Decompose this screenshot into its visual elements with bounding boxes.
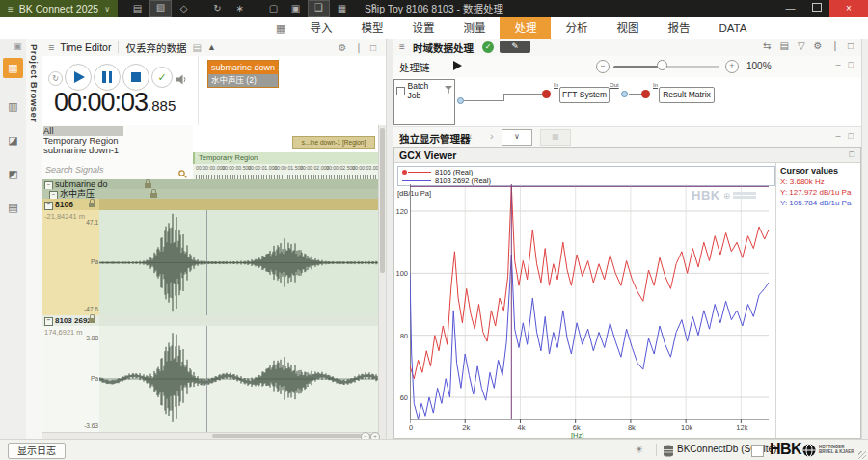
fft-out-port[interactable]	[621, 91, 628, 97]
close-button[interactable]: ×	[829, 0, 868, 17]
app-menu-button[interactable]: ≡ BK Connect 2025 ∨	[0, 0, 118, 17]
collapse-icon[interactable]: −	[44, 317, 53, 326]
save-icon[interactable]: ▤	[127, 1, 148, 16]
filter-icon[interactable]: ▽	[798, 41, 805, 51]
selection-tag[interactable]: submarine down-1 水中声压 (2)	[207, 60, 279, 88]
stop-button[interactable]	[122, 64, 149, 91]
annotate-icon[interactable]: ▧	[149, 0, 172, 17]
display-dropdown[interactable]: ∨	[502, 129, 532, 146]
group-icon[interactable]: ▤	[779, 41, 788, 51]
zoom-slider-thumb[interactable]	[657, 60, 667, 70]
track2-header[interactable]: −8103 2692	[42, 315, 99, 326]
wrench-icon[interactable]: ⚙	[814, 41, 823, 51]
search-input[interactable]: Search Signals	[45, 165, 104, 175]
panel-splitter[interactable]	[386, 39, 393, 439]
tag-icon[interactable]: ◇	[174, 1, 194, 16]
edit-button[interactable]: ✎	[500, 41, 530, 53]
track1-waveform[interactable]	[99, 210, 378, 315]
connector-out-port[interactable]	[457, 97, 464, 104]
menu-tab-6[interactable]: 视图	[602, 17, 653, 39]
playhead-marker[interactable]	[206, 210, 207, 315]
result-matrix-node[interactable]: Result Matrix	[659, 87, 715, 103]
menu-tab-7[interactable]: 报告	[653, 17, 704, 39]
pause-button[interactable]	[94, 64, 121, 91]
report-icon[interactable]: ▤	[3, 198, 23, 218]
track1-header[interactable]: −8106	[42, 199, 99, 210]
panel-menu-icon[interactable]: ≡	[399, 41, 405, 52]
funnel-icon[interactable]	[445, 86, 452, 95]
menu-tab-0[interactable]: 导入	[295, 17, 346, 39]
resize-grip[interactable]	[858, 451, 866, 459]
menu-tab-8[interactable]: DATA	[704, 17, 761, 39]
gcx-plot-area[interactable]: 8106 (Real)8103 2692 (Real) [dB/1u Pa] […	[394, 163, 860, 438]
maximize-panel-icon[interactable]: □	[848, 41, 854, 51]
region-chip[interactable]: s...ine down-1 [Region]	[292, 136, 375, 149]
route-icon[interactable]: ⇆	[763, 41, 771, 51]
right-scrollbar[interactable]	[861, 39, 868, 439]
zoom-out-button[interactable]: −	[596, 60, 610, 73]
grid-layout-button[interactable]: ▦	[540, 129, 571, 146]
menu-tab-2[interactable]: 设置	[397, 17, 448, 39]
restore-button[interactable]	[803, 0, 829, 17]
snowflake-icon[interactable]: ∗	[230, 1, 250, 16]
speaker-icon[interactable]	[176, 71, 188, 89]
menu-tab-5[interactable]: 分析	[551, 17, 602, 39]
timeline-region-bar[interactable]: Temporary Region	[193, 152, 378, 164]
result-in-port[interactable]	[641, 90, 650, 98]
status-checkbox[interactable]	[751, 445, 764, 457]
window-layout-icon[interactable]: ❑	[308, 0, 330, 17]
play-button[interactable]	[65, 64, 92, 91]
theme-icon[interactable]: ☀	[635, 444, 644, 456]
save-region-icon[interactable]: ▤	[192, 42, 201, 53]
pin-icon[interactable]: ❘	[355, 42, 363, 53]
tree-group-pressure[interactable]: −水中声压	[42, 189, 378, 199]
prev-icon[interactable]: ‹	[469, 130, 473, 142]
show-log-button[interactable]: 显示日志	[8, 443, 66, 459]
playhead-marker[interactable]	[206, 326, 207, 432]
collapse-icon[interactable]: −	[44, 202, 53, 210]
track2-waveform[interactable]	[99, 326, 378, 432]
maximize-panel-icon[interactable]: □	[370, 42, 376, 53]
fft-in-port[interactable]	[542, 90, 551, 98]
channels-icon[interactable]: ▥	[3, 96, 23, 117]
search-row[interactable]: Search Signals	[42, 162, 193, 180]
batch-checkbox[interactable]	[396, 87, 405, 95]
layers-icon[interactable]: ◩	[3, 164, 23, 184]
discard-icon[interactable]: ▲	[207, 42, 216, 52]
collapse-icon[interactable]: ‒	[836, 60, 841, 69]
menu-tab-4[interactable]: 处理	[500, 17, 551, 39]
popout-icon[interactable]: ▣	[14, 41, 22, 51]
menu-tab-1[interactable]: 模型	[346, 17, 397, 39]
zoom-in-button[interactable]: +	[725, 60, 739, 73]
fft-system-node[interactable]: FFT System	[559, 87, 610, 103]
batch-job-box[interactable]: Batch Job	[393, 79, 455, 125]
person-display-icon[interactable]: ▣	[285, 1, 306, 16]
cursor-y1-value: Y: 127.972 dB/1u Pa	[780, 188, 851, 197]
help-icon[interactable]: ?	[364, 1, 384, 16]
run-chain-button[interactable]	[453, 61, 462, 70]
region-item-2[interactable]: submarine down-1	[43, 146, 119, 155]
confirm-button[interactable]: ✓	[151, 67, 173, 88]
y-tick-label: 80	[394, 332, 408, 340]
loop-button[interactable]: ↻	[48, 71, 63, 86]
media-strip-icon[interactable]: ▦	[332, 1, 352, 16]
next-icon[interactable]: ›	[490, 130, 494, 142]
panel-menu-icon[interactable]: ≡	[48, 41, 54, 53]
minimize-button[interactable]: —	[777, 0, 803, 17]
collapse-icon[interactable]: ‒	[836, 131, 841, 141]
time-ruler[interactable]: 00:00:00.00000:00:00.50000:00:01.00000:0…	[193, 164, 378, 180]
display-icon[interactable]: ▢	[263, 1, 284, 16]
wrench-icon[interactable]: ⚙	[339, 42, 347, 53]
undo-icon[interactable]: ↻	[207, 1, 228, 16]
x-tick-label: 8k	[624, 423, 639, 432]
maximize-icon[interactable]: □	[849, 60, 854, 69]
database-icon	[663, 444, 674, 460]
y-tick-label: 120	[394, 207, 408, 216]
project-browser-icon[interactable]: ▦	[3, 58, 23, 78]
maximize-icon[interactable]: □	[849, 131, 854, 141]
menu-tab-3[interactable]: 测量	[448, 17, 500, 39]
maximize-icon[interactable]: □	[850, 149, 854, 159]
chart-icon[interactable]: ◪	[3, 130, 23, 150]
pin-icon[interactable]: ❘	[831, 41, 839, 51]
tree-group-submarine[interactable]: −submarine do	[42, 179, 378, 189]
